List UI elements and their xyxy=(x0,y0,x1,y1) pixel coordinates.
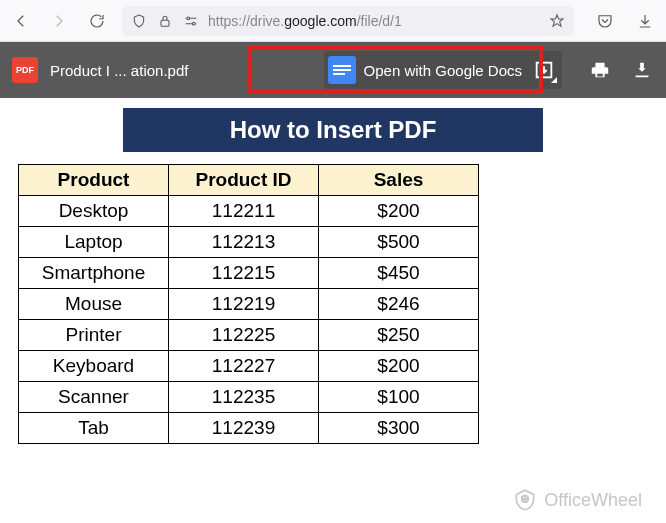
star-icon[interactable] xyxy=(548,12,566,30)
table-cell: Mouse xyxy=(19,289,169,320)
table-cell: $300 xyxy=(319,413,479,444)
drive-viewer-header: PDF Product I ... ation.pdf Open with Go… xyxy=(0,42,666,98)
table-row: Laptop112213$500 xyxy=(19,227,479,258)
shield-icon xyxy=(130,12,148,30)
watermark-text: OfficeWheel xyxy=(544,490,642,511)
svg-point-2 xyxy=(192,22,195,25)
settings-toggle-icon[interactable] xyxy=(182,12,200,30)
table-cell: Printer xyxy=(19,320,169,351)
table-cell: 112239 xyxy=(169,413,319,444)
table-row: Scanner112235$100 xyxy=(19,382,479,413)
table-cell: $200 xyxy=(319,351,479,382)
table-cell: Scanner xyxy=(19,382,169,413)
table-cell: 112225 xyxy=(169,320,319,351)
pocket-icon[interactable] xyxy=(592,8,618,34)
table-cell: 112219 xyxy=(169,289,319,320)
table-row: Smartphone112215$450 xyxy=(19,258,479,289)
file-name: Product I ... ation.pdf xyxy=(50,62,188,79)
table-header: Product ID xyxy=(169,165,319,196)
table-cell: Laptop xyxy=(19,227,169,258)
browser-toolbar: https://drive.google.com/file/d/1 xyxy=(0,0,666,42)
open-with-dropdown-icon[interactable] xyxy=(530,56,558,84)
lock-icon xyxy=(156,12,174,30)
table-cell: Desktop xyxy=(19,196,169,227)
table-cell: $450 xyxy=(319,258,479,289)
table-row: Keyboard112227$200 xyxy=(19,351,479,382)
pdf-badge-icon: PDF xyxy=(12,57,38,83)
table-row: Mouse112219$246 xyxy=(19,289,479,320)
watermark-logo-icon xyxy=(512,487,538,513)
table-header: Sales xyxy=(319,165,479,196)
data-table: ProductProduct IDSales Desktop112211$200… xyxy=(18,164,479,444)
address-bar[interactable]: https://drive.google.com/file/d/1 xyxy=(122,6,574,36)
download-icon[interactable] xyxy=(632,8,658,34)
back-button[interactable] xyxy=(8,8,34,34)
google-docs-icon xyxy=(328,56,356,84)
table-row: Printer112225$250 xyxy=(19,320,479,351)
table-cell: 112227 xyxy=(169,351,319,382)
document-title: How to Insert PDF xyxy=(123,108,543,152)
table-cell: $246 xyxy=(319,289,479,320)
watermark: OfficeWheel xyxy=(512,487,642,513)
table-cell: 112215 xyxy=(169,258,319,289)
table-cell: $500 xyxy=(319,227,479,258)
table-header: Product xyxy=(19,165,169,196)
forward-button[interactable] xyxy=(46,8,72,34)
table-row: Desktop112211$200 xyxy=(19,196,479,227)
url-text: https://drive.google.com/file/d/1 xyxy=(208,13,540,29)
table-cell: 112235 xyxy=(169,382,319,413)
table-cell: Tab xyxy=(19,413,169,444)
svg-point-1 xyxy=(187,17,190,20)
svg-rect-0 xyxy=(161,20,169,26)
table-cell: 112211 xyxy=(169,196,319,227)
table-cell: $250 xyxy=(319,320,479,351)
reload-button[interactable] xyxy=(84,8,110,34)
open-with-button[interactable]: Open with Google Docs xyxy=(324,51,562,89)
table-cell: 112213 xyxy=(169,227,319,258)
open-with-label: Open with Google Docs xyxy=(364,62,522,79)
table-cell: $200 xyxy=(319,196,479,227)
table-row: Tab112239$300 xyxy=(19,413,479,444)
table-cell: Smartphone xyxy=(19,258,169,289)
document-content: How to Insert PDF ProductProduct IDSales… xyxy=(0,108,666,444)
table-cell: Keyboard xyxy=(19,351,169,382)
download-file-icon[interactable] xyxy=(630,58,654,82)
table-cell: $100 xyxy=(319,382,479,413)
print-icon[interactable] xyxy=(588,58,612,82)
